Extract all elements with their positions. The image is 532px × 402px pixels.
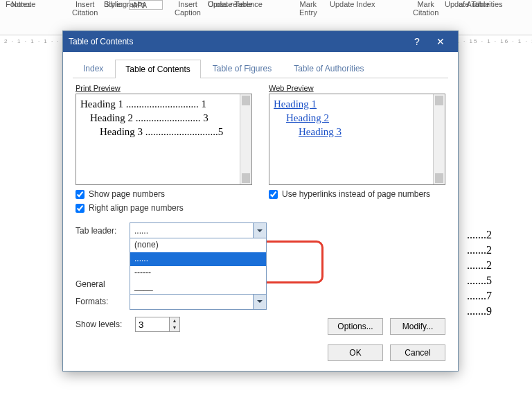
tab-leader-option-dots[interactable]: ......	[130, 252, 266, 266]
ribbon-mark-entry[interactable]: Mark Entry	[299, 0, 317, 17]
show-levels-label: Show levels:	[76, 320, 135, 329]
scrollbar[interactable]	[433, 94, 445, 184]
tab-leader-dropdown-list: (none) ...... ------ ____	[130, 238, 267, 295]
right-align-checkbox[interactable]: Right align page numbers	[76, 203, 252, 213]
web-preview-label: Web Preview	[269, 84, 314, 92]
ribbon-notes: Notes	[11, 0, 31, 8]
ribbon-cross-ref[interactable]: Cross-reference	[208, 0, 263, 8]
document-page-numbers: .......2.......2.......2 .......5.......…	[467, 227, 492, 319]
chevron-down-icon[interactable]	[253, 223, 266, 238]
tab-leader-option-underline[interactable]: ____	[130, 280, 266, 294]
spinner-up-icon[interactable]: ▲	[170, 317, 179, 324]
ok-button[interactable]: OK	[328, 344, 383, 361]
tab-leader-dropdown[interactable]: ......	[130, 222, 267, 239]
print-preview-label: Print Preview	[76, 84, 121, 92]
tab-tof[interactable]: Table of Figures	[202, 59, 282, 78]
chevron-down-icon[interactable]	[253, 294, 266, 309]
modify-button[interactable]: Modify...	[390, 318, 445, 335]
help-icon[interactable]: ?	[405, 36, 429, 47]
tab-index[interactable]: Index	[73, 59, 114, 78]
tab-leader-option-dashes[interactable]: ------	[130, 266, 266, 280]
spinner-down-icon[interactable]: ▼	[170, 324, 179, 331]
dialog-titlebar: Table of Contents ? ✕	[63, 31, 458, 52]
web-preview-box: Heading 1 Heading 2 Heading 3	[269, 94, 445, 185]
close-icon[interactable]: ✕	[429, 36, 452, 47]
show-levels-input[interactable]	[135, 317, 170, 332]
ribbon-update-index[interactable]: Update Index	[330, 0, 375, 8]
tab-leader-label: Tab leader:	[76, 226, 130, 236]
scrollbar[interactable]	[240, 94, 251, 184]
cancel-button[interactable]: Cancel	[390, 344, 445, 361]
ribbon-insert-citation[interactable]: Insert Citation	[72, 0, 98, 17]
ribbon-authorities: of Authorities	[459, 0, 503, 8]
ribbon-bibliography[interactable]: Bibliography	[104, 0, 146, 8]
options-button[interactable]: Options...	[328, 318, 383, 335]
use-hyperlinks-checkbox[interactable]: Use hyperlinks instead of page numbers	[269, 189, 445, 199]
formats-label: Formats:	[76, 297, 130, 306]
show-levels-spinner[interactable]: ▲▼	[135, 317, 180, 332]
tab-toc[interactable]: Table of Contents	[115, 60, 200, 78]
ribbon-mark-citation[interactable]: Mark Citation	[413, 0, 438, 17]
dialog-title: Table of Contents	[69, 37, 405, 46]
tab-toa[interactable]: Table of Authorities	[283, 59, 374, 78]
show-page-numbers-checkbox[interactable]: Show page numbers	[76, 189, 252, 199]
formats-dropdown[interactable]	[130, 293, 267, 310]
tab-leader-option-none[interactable]: (none)	[130, 238, 266, 252]
ribbon-insert-caption[interactable]: Insert Caption	[175, 0, 201, 17]
print-preview-box: Heading 1 ............................ 1…	[76, 94, 252, 185]
table-of-contents-dialog: Table of Contents ? ✕ Index Table of Con…	[62, 30, 459, 372]
